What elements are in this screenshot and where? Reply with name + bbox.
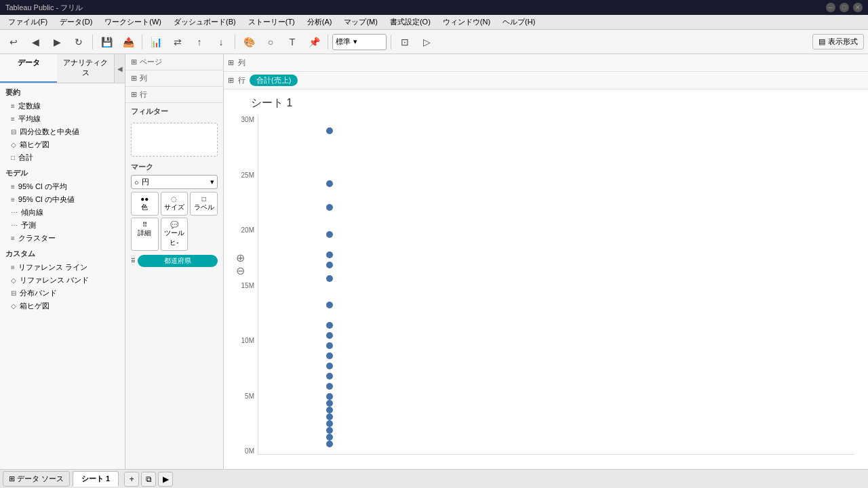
present-mode-button[interactable]: ▶ [158, 472, 173, 487]
detail-dots-icon: ⠿ [133, 221, 157, 228]
minimize-button[interactable]: ─ [826, 3, 835, 12]
list-item[interactable]: ≡ 平均線 [0, 113, 125, 125]
redo-button[interactable]: ↻ [69, 33, 88, 52]
list-item[interactable]: ⋯ 予測 [0, 219, 125, 232]
sort-desc-button[interactable]: ↓ [212, 33, 231, 52]
scatter-dot [326, 413, 333, 420]
menu-item-analysis[interactable]: 分析(A) [302, 16, 338, 28]
list-item[interactable]: ⊟ 四分位数と中央値 [0, 125, 125, 138]
menu-item-story[interactable]: ストーリー(T) [243, 16, 300, 28]
row-shelf-pill[interactable]: 合計(売上) [250, 75, 298, 86]
detail-small-icon: ⠿ [131, 258, 136, 264]
list-item[interactable]: ◇ 箱ヒゲ図 [0, 138, 125, 151]
list-item[interactable]: ≡ クラスター [0, 232, 125, 245]
columns-icon: ⊞ [131, 74, 137, 83]
menu-item-help[interactable]: ヘルプ(H) [497, 16, 540, 28]
menu-item-window[interactable]: ウィンドウ(N) [437, 16, 496, 28]
display-format-button[interactable]: ▤ 表示形式 [812, 34, 864, 49]
list-item[interactable]: ≡ 95% CI の中央値 [0, 193, 125, 206]
save-button[interactable]: 💾 [97, 33, 116, 52]
y-label-15m: 15M [241, 282, 254, 289]
list-item[interactable]: ≡ リファレンス ライン [0, 261, 125, 274]
menu-item-worksheet[interactable]: ワークシート(W) [99, 16, 167, 28]
color-mark-button[interactable]: ●● 色 [131, 192, 159, 216]
datasource-tab[interactable]: ⊞ データ ソース [3, 471, 70, 487]
toolbar: ↩ ◀ ▶ ↻ 💾 📤 📊 ⇄ ↑ ↓ 🎨 ○ T 📌 標準 ▾ ⊡ ▷ ▤ 表… [0, 30, 868, 54]
tab-data[interactable]: データ [0, 54, 57, 83]
maximize-button[interactable]: □ [840, 3, 849, 12]
scatter-dot [326, 302, 333, 308]
prefecture-pill[interactable]: 都道府県 [138, 255, 218, 267]
close-button[interactable]: ✕ [853, 3, 863, 12]
export-button[interactable]: 📤 [119, 33, 138, 52]
average-line-icon: ≡ [11, 115, 15, 123]
menu-item-map[interactable]: マップ(M) [338, 16, 383, 28]
scatter-dot [326, 251, 333, 258]
marks-type-dropdown[interactable]: ○ 円 ▾ [131, 175, 218, 189]
cluster-icon: ≡ [11, 235, 15, 242]
undo-button[interactable]: ↩ [4, 33, 23, 52]
chart-type-button[interactable]: 📊 [146, 33, 165, 52]
add-sheet-button[interactable]: + [124, 472, 139, 487]
y-label-5m: 5M [245, 392, 254, 400]
view-dropdown[interactable]: 標準 ▾ [332, 34, 387, 50]
scatter-dot [326, 231, 333, 238]
size-circle-icon: ◌ [163, 195, 186, 203]
list-item[interactable]: □ 合計 [0, 151, 125, 164]
tab-analytics[interactable]: アナリティクス [57, 54, 114, 83]
scatter-dot [326, 127, 333, 134]
color-button[interactable]: 🎨 [239, 33, 258, 52]
scatter-dot [326, 275, 333, 282]
custom-header: カスタム [0, 245, 125, 261]
app-title: Tableau Public - フリル [5, 3, 83, 13]
scatter-dot [326, 434, 333, 441]
back-button[interactable]: ◀ [26, 33, 45, 52]
window-controls: ─ □ ✕ [826, 3, 863, 12]
ci-avg-icon: ≡ [11, 183, 15, 190]
list-item[interactable]: ≡ 定数線 [0, 100, 125, 113]
list-item[interactable]: ⊟ 分布バンド [0, 287, 125, 300]
display-format-icon: ▤ [818, 37, 825, 46]
menu-item-file[interactable]: ファイル(F) [3, 16, 53, 28]
scatter-dot [326, 383, 333, 390]
duplicate-sheet-button[interactable]: ⧉ [141, 472, 156, 487]
chart-plot [258, 116, 854, 455]
total-icon: □ [11, 154, 15, 161]
forward-button[interactable]: ▶ [47, 33, 66, 52]
fit-button[interactable]: ⊡ [395, 33, 414, 52]
text-button[interactable]: T [283, 33, 302, 52]
sort-asc-button[interactable]: ↑ [190, 33, 209, 52]
marks-detail-row: ⠿ 都道府県 [131, 253, 218, 268]
boxplot2-icon: ◇ [11, 302, 16, 310]
panel-collapse-button[interactable]: ◀ [114, 54, 125, 83]
menu-item-dashboard[interactable]: ダッシュボード(B) [168, 16, 241, 28]
swap-button[interactable]: ⇄ [168, 33, 187, 52]
pages-label: ページ [140, 57, 162, 67]
size-mark-button[interactable]: ◌ サイズ [161, 192, 189, 216]
label-mark-button[interactable]: □ ラベル [190, 192, 218, 216]
y-label-30m: 30M [241, 116, 254, 123]
scatter-dot [326, 332, 333, 339]
sheet-tab[interactable]: シート 1 [73, 471, 119, 487]
menu-item-data[interactable]: データ(D) [54, 16, 98, 28]
present-button[interactable]: ▷ [417, 33, 436, 52]
list-item[interactable]: ≡ 95% CI の平均 [0, 180, 125, 193]
chevron-down-icon: ▾ [353, 37, 357, 46]
scatter-dot [326, 400, 333, 407]
quartile-icon: ⊟ [11, 128, 16, 136]
pin-button[interactable]: 📌 [304, 33, 323, 52]
filter-drop-area [131, 123, 218, 157]
sep3 [235, 35, 235, 49]
size-button[interactable]: ○ [261, 33, 280, 52]
detail-mark-button[interactable]: ⠿ 詳細 [131, 218, 159, 251]
crosshair-icon: ⊕⊖ [236, 251, 245, 277]
boxplot-icon: ◇ [11, 141, 16, 148]
scatter-dot [326, 352, 333, 359]
view-label: 標準 [336, 37, 351, 47]
list-item[interactable]: ⋯ 傾向線 [0, 206, 125, 219]
tooltip-mark-button[interactable]: 💬 ツールヒ- [161, 218, 189, 251]
menu-item-format[interactable]: 書式設定(O) [384, 16, 436, 28]
sep5 [391, 35, 391, 49]
list-item[interactable]: ◇ 箱ヒゲ図 [0, 300, 125, 312]
list-item[interactable]: ◇ リファレンス バンド [0, 274, 125, 287]
